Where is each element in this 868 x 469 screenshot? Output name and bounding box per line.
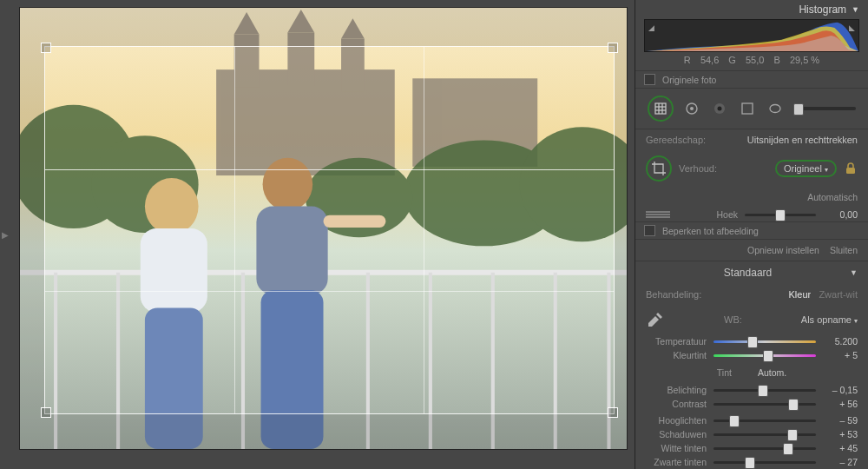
- treatment-label: Behandeling:: [646, 289, 701, 300]
- grid-line: [234, 47, 235, 413]
- grid-line: [424, 47, 424, 413]
- highlights-value[interactable]: – 59: [823, 415, 858, 426]
- redeye-tool-icon[interactable]: [710, 99, 729, 118]
- temperature-slider-row: Temperatuur5.200: [635, 334, 868, 348]
- wb-label: WB:: [724, 314, 742, 325]
- contrast-slider-row: Contrast+ 56: [635, 397, 868, 411]
- constrain-label: Beperken tot afbeelding: [662, 226, 759, 236]
- crop-handle-br[interactable]: [608, 407, 618, 418]
- svg-point-40: [718, 107, 722, 111]
- histogram-rgb-readout: R 54,6 G 55,0 B 29,5 %: [635, 52, 868, 70]
- grid-line: [45, 169, 614, 170]
- histogram-header[interactable]: Histogram ▼: [635, 0, 868, 19]
- exposure-slider[interactable]: [713, 386, 816, 393]
- blacks-slider-row: Zwarte tinten– 27: [635, 455, 868, 469]
- contrast-slider[interactable]: [713, 400, 816, 407]
- crop-frame-tool-icon[interactable]: [646, 155, 672, 182]
- checkbox-icon[interactable]: [644, 225, 655, 236]
- svg-rect-32: [655, 103, 666, 114]
- auto-tone-button[interactable]: Autom.: [758, 367, 786, 378]
- crop-tool-icon[interactable]: [648, 96, 674, 122]
- tool-label-row: Gereedschap: Uitsnijden en rechttrekken: [635, 129, 868, 150]
- aspect-lock-icon[interactable]: [844, 162, 858, 175]
- grid-line: [45, 291, 614, 292]
- histogram-title: Histogram: [799, 3, 846, 16]
- exposure-slider-row: Belichting– 0,15: [635, 383, 868, 397]
- reset-button[interactable]: Opnieuw instellen: [747, 245, 819, 255]
- whites-slider[interactable]: [713, 445, 816, 452]
- shadows-value[interactable]: + 53: [823, 429, 858, 439]
- graduated-filter-tool-icon[interactable]: [738, 99, 757, 118]
- whites-value[interactable]: + 45: [823, 443, 858, 453]
- eyedropper-icon[interactable]: [646, 310, 665, 329]
- shadows-slider-row: Schaduwen+ 53: [635, 427, 868, 441]
- app-root: ▶: [0, 0, 868, 469]
- tint-slider[interactable]: [713, 352, 816, 359]
- right-panel: Histogram ▼ ◢ ◣ R 54,6 G 55,0 B 29,5 % O…: [635, 0, 868, 469]
- tool-name: Uitsnijden en rechttrekken: [747, 135, 858, 145]
- blacks-slider[interactable]: [713, 459, 816, 466]
- aspect-label: Verhoud:: [679, 163, 717, 174]
- exposure-value[interactable]: – 0,15: [823, 385, 858, 395]
- basic-panel-header[interactable]: Standaard▼: [635, 261, 868, 284]
- tool-buttons: Opnieuw instellen Sluiten: [635, 239, 868, 261]
- collapse-icon: ▼: [852, 5, 859, 14]
- tool-strip: [635, 88, 868, 129]
- blacks-value[interactable]: – 27: [823, 457, 858, 467]
- tint-slider-row: Kleurtint+ 5: [635, 348, 868, 362]
- temperature-value[interactable]: 5.200: [823, 336, 858, 347]
- angle-slider-row: Hoek 0,00: [635, 208, 868, 221]
- adjustment-brush-tool-icon[interactable]: [793, 99, 856, 118]
- auto-row: Automatisch: [635, 187, 868, 208]
- aspect-dropdown[interactable]: Origineel ▾: [775, 160, 837, 177]
- whites-slider-row: Witte tinten+ 45: [635, 441, 868, 455]
- treatment-color[interactable]: Kleur: [789, 289, 812, 300]
- svg-point-42: [770, 105, 780, 113]
- left-panel-expander[interactable]: ▶: [2, 230, 9, 240]
- wb-dropdown[interactable]: Als opname ▾: [801, 314, 858, 325]
- tone-header: Tint Autom.: [635, 362, 868, 383]
- treatment-bw[interactable]: Zwart-wit: [819, 289, 858, 300]
- checkbox-icon[interactable]: [644, 74, 655, 85]
- angle-tool-icon[interactable]: [646, 211, 670, 218]
- crop-handle-tl[interactable]: [41, 43, 51, 53]
- highlights-slider-row: Hooglichten– 59: [635, 413, 868, 427]
- original-photo-label: Originele foto: [662, 75, 716, 85]
- svg-point-38: [690, 107, 694, 110]
- crop-handle-tr[interactable]: [608, 43, 618, 53]
- angle-label: Hoek: [677, 209, 738, 220]
- svg-rect-41: [742, 103, 753, 114]
- crop-handle-bl[interactable]: [41, 407, 51, 418]
- contrast-value[interactable]: + 56: [823, 399, 858, 409]
- svg-rect-43: [846, 168, 855, 174]
- highlights-slider[interactable]: [713, 417, 816, 424]
- close-button[interactable]: Sluiten: [830, 245, 858, 255]
- angle-value[interactable]: 0,00: [823, 209, 858, 220]
- constrain-row[interactable]: Beperken tot afbeelding: [635, 221, 868, 239]
- canvas-area[interactable]: ▶: [0, 0, 635, 469]
- treatment-row: Behandeling: Kleur Zwart-wit: [635, 284, 868, 305]
- histogram[interactable]: ◢ ◣: [644, 19, 859, 52]
- spot-removal-tool-icon[interactable]: [682, 99, 701, 118]
- temperature-slider[interactable]: [713, 338, 816, 345]
- tool-label: Gereedschap:: [646, 135, 706, 145]
- original-photo-toggle[interactable]: Originele foto: [635, 70, 868, 88]
- tint-value[interactable]: + 5: [823, 350, 858, 360]
- wb-row: WB: Als opname ▾: [635, 305, 868, 334]
- radial-filter-tool-icon[interactable]: [766, 99, 785, 118]
- shadows-slider[interactable]: [713, 431, 816, 438]
- angle-slider[interactable]: [745, 211, 816, 218]
- auto-straighten-link[interactable]: Automatisch: [807, 192, 858, 202]
- crop-overlay[interactable]: [44, 46, 615, 414]
- tone-label: Tint: [717, 367, 732, 378]
- photo-preview[interactable]: [19, 7, 628, 450]
- aspect-row: Verhoud: Origineel ▾: [635, 150, 868, 187]
